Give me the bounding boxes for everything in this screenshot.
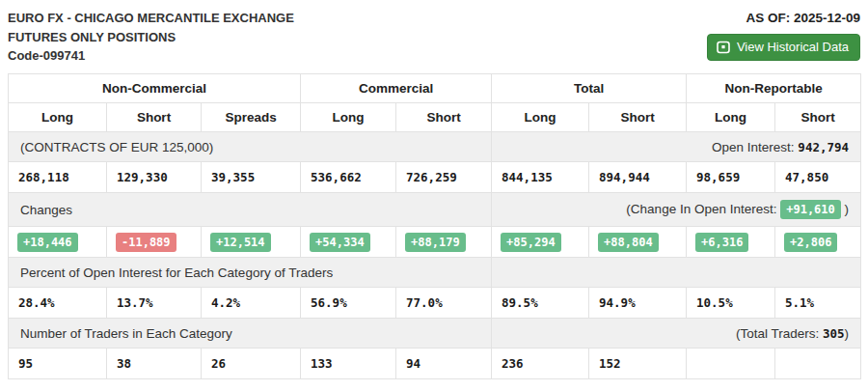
change-cell: +18,446 (9, 227, 107, 258)
contracts-label: (CONTRACTS OF EUR 125,000) (9, 132, 492, 162)
positions-table: Non-Commercial Commercial Total Non-Repo… (8, 73, 861, 379)
percents-row: 28.4% 13.7% 4.2% 56.9% 77.0% 89.5% 94.9%… (9, 288, 861, 319)
group-header-non-reportable: Non-Reportable (687, 74, 861, 103)
trader-count-cell: 133 (301, 349, 396, 379)
percent-cell: 5.1% (775, 288, 861, 319)
change-open-interest-cell: (Change In Open Interest: +91,610 ) (492, 193, 861, 227)
header-right: AS OF: 2025-12-09 View Historical Data (707, 9, 860, 61)
changes-section-row: Changes (Change In Open Interest: +91,61… (9, 193, 861, 227)
percent-cell: 10.5% (687, 288, 775, 319)
position-cell: 39,355 (202, 162, 301, 193)
report-title: EURO FX - CHICAGO MERCANTILE EXCHANGE (8, 9, 294, 28)
change-badge: -11,889 (116, 233, 176, 252)
change-badge: +88,804 (598, 233, 659, 252)
change-open-interest-badge: +91,610 (780, 200, 841, 219)
report-code: Code-099741 (8, 46, 294, 66)
change-cell: -11,889 (107, 227, 202, 258)
percent-cell: 94.9% (589, 288, 687, 319)
trader-count-cell: 38 (107, 349, 202, 379)
view-historical-data-button[interactable]: View Historical Data (707, 34, 860, 61)
change-cell: +88,179 (396, 227, 492, 258)
traders-label: Number of Traders in Each Category (9, 319, 492, 349)
traders-section-row: Number of Traders in Each Category (Tota… (9, 319, 861, 349)
trader-count-cell: 152 (589, 349, 687, 379)
positions-row: 268,118 129,330 39,355 536,662 726,259 8… (9, 162, 861, 193)
calendar-icon (717, 41, 730, 54)
change-cell: +85,294 (492, 227, 589, 258)
group-header-total: Total (492, 74, 687, 103)
view-historical-data-label: View Historical Data (737, 40, 849, 54)
column-header: Short (775, 103, 861, 132)
position-cell: 726,259 (396, 162, 492, 193)
open-interest-label: Open Interest: (712, 140, 798, 154)
percent-cell: 4.2% (202, 288, 301, 319)
column-header: Long (687, 103, 775, 132)
percent-section-spacer (492, 258, 861, 288)
column-header: Short (396, 103, 492, 132)
percent-cell: 28.4% (9, 288, 107, 319)
change-cell: +54,334 (301, 227, 396, 258)
change-cell: +6,316 (687, 227, 775, 258)
page-header: EURO FX - CHICAGO MERCANTILE EXCHANGE FU… (0, 0, 868, 73)
change-badge: +6,316 (695, 233, 748, 252)
open-interest-cell: Open Interest: 942,794 (492, 132, 861, 162)
group-header-non-commercial: Non-Commercial (9, 74, 301, 103)
trader-count-cell (687, 349, 775, 379)
position-cell: 844,135 (492, 162, 589, 193)
change-badge: +85,294 (501, 233, 561, 252)
change-open-interest-suffix: ) (841, 202, 849, 216)
contracts-section-row: (CONTRACTS OF EUR 125,000) Open Interest… (9, 132, 861, 162)
percent-label: Percent of Open Interest for Each Catego… (9, 258, 492, 288)
percent-cell: 56.9% (301, 288, 396, 319)
change-badge: +2,806 (784, 233, 837, 252)
change-badge: +88,179 (405, 233, 466, 252)
change-cell: +88,804 (589, 227, 687, 258)
percent-cell: 89.5% (492, 288, 589, 319)
position-cell: 268,118 (9, 162, 107, 193)
trader-count-cell: 95 (9, 349, 107, 379)
change-badge: +18,446 (17, 233, 78, 252)
total-traders-label: (Total Traders: (736, 326, 823, 341)
change-badge: +54,334 (310, 233, 370, 252)
total-traders-cell: (Total Traders: 305) (492, 319, 861, 349)
column-header: Long (492, 103, 589, 132)
change-open-interest-label: (Change In Open Interest: (626, 202, 780, 216)
report-subtitle: FUTURES ONLY POSITIONS (8, 28, 294, 47)
trader-count-cell (775, 349, 861, 379)
column-header: Short (107, 103, 202, 132)
column-header: Long (9, 103, 107, 132)
position-cell: 894,944 (589, 162, 687, 193)
column-header: Short (589, 103, 687, 132)
position-cell: 536,662 (301, 162, 396, 193)
changes-label: Changes (9, 193, 492, 227)
trader-count-cell: 236 (492, 349, 589, 379)
column-header: Spreads (202, 103, 301, 132)
change-badge: +12,514 (210, 233, 271, 252)
position-cell: 129,330 (107, 162, 202, 193)
column-header: Long (301, 103, 396, 132)
changes-row: +18,446 -11,889 +12,514 +54,334 +88,179 … (9, 227, 861, 258)
report-title-block: EURO FX - CHICAGO MERCANTILE EXCHANGE FU… (8, 9, 294, 66)
trader-counts-row: 95 38 26 133 94 236 152 (9, 349, 861, 379)
change-cell: +2,806 (775, 227, 861, 258)
total-traders-value: 305 (823, 326, 845, 341)
open-interest-value: 942,794 (798, 140, 849, 154)
column-header-row: Long Short Spreads Long Short Long Short… (9, 103, 861, 132)
group-header-row: Non-Commercial Commercial Total Non-Repo… (9, 74, 861, 103)
trader-count-cell: 94 (396, 349, 492, 379)
as-of-date: AS OF: 2025-12-09 (707, 11, 860, 25)
total-traders-suffix: ) (845, 326, 850, 341)
percent-section-row: Percent of Open Interest for Each Catego… (9, 258, 861, 288)
position-cell: 47,850 (775, 162, 861, 193)
trader-count-cell: 26 (202, 349, 301, 379)
percent-cell: 13.7% (107, 288, 202, 319)
group-header-commercial: Commercial (301, 74, 492, 103)
position-cell: 98,659 (687, 162, 775, 193)
percent-cell: 77.0% (396, 288, 492, 319)
change-cell: +12,514 (202, 227, 301, 258)
